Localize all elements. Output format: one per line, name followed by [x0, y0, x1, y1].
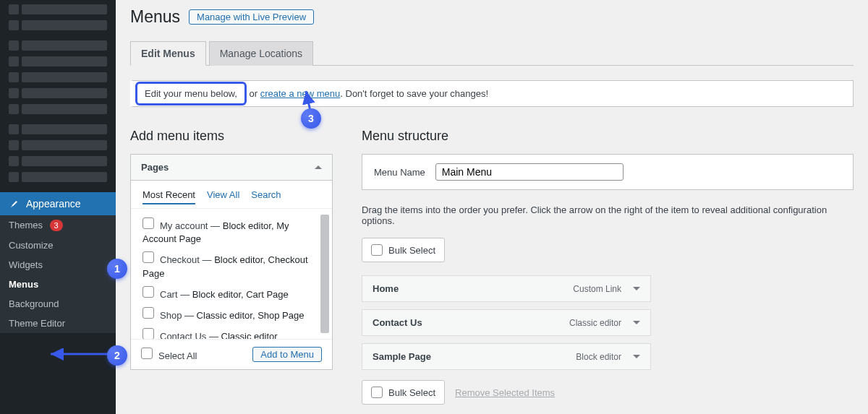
annotation-marker-1: 1 [107, 259, 127, 279]
select-all-checkbox[interactable] [141, 348, 153, 359]
main-content: Menus Manage with Live Preview Edit Menu… [116, 0, 868, 414]
add-to-menu-button[interactable]: Add to Menu [252, 347, 322, 362]
annotation-highlight-instructions: Edit your menu below, [135, 82, 247, 105]
sidebar-submenu-appearance: Themes 3 Customize Widgets Menus Backgro… [0, 215, 116, 333]
menu-structure-column: Menu structure Menu Name Drag the items … [362, 129, 854, 405]
add-items-title: Add menu items [130, 129, 333, 144]
remove-selected-link[interactable]: Remove Selected Items [455, 387, 555, 398]
menu-name-input[interactable] [435, 163, 624, 181]
tab-edit-menus[interactable]: Edit Menus [130, 41, 206, 66]
menu-structure-title: Menu structure [362, 129, 854, 144]
sidebar-subitem-widgets[interactable]: Widgets [0, 255, 116, 275]
chevron-down-icon[interactable] [629, 352, 640, 362]
create-new-menu-link[interactable]: create a new menu [260, 88, 341, 99]
tab-manage-locations[interactable]: Manage Locations [209, 41, 313, 66]
page-checkbox[interactable] [142, 217, 154, 229]
bulk-select-bottom[interactable]: Bulk Select [362, 380, 445, 405]
menu-item[interactable]: Home Custom Link [362, 275, 651, 302]
nav-tabs: Edit Menus Manage Locations [130, 41, 854, 66]
page-checkbox-list[interactable]: My account — Block editor, My Account Pa… [131, 209, 332, 339]
chevron-down-icon[interactable] [629, 318, 640, 328]
page-checkbox[interactable] [142, 328, 154, 339]
sidebar-item-appearance[interactable]: Appearance [0, 192, 116, 215]
annotation-marker-2: 2 [107, 345, 127, 366]
sidebar-subitem-themes[interactable]: Themes 3 [0, 215, 116, 236]
menu-item[interactable]: Sample Page Block editor [362, 343, 651, 370]
annotation-marker-3: 3 [301, 108, 321, 129]
pages-accordion-toggle[interactable]: Pages [131, 155, 332, 181]
page-option[interactable]: Checkout — Block editor, Checkout Page [142, 249, 323, 283]
menu-items-list: Home Custom Link Contact Us Classic edit… [362, 275, 854, 370]
page-option[interactable]: Cart — Block editor, Cart Page [142, 283, 323, 304]
sidebar-subitem-theme-editor[interactable]: Theme Editor [0, 314, 116, 333]
inner-tab-view-all[interactable]: View All [207, 189, 239, 201]
bulk-select-checkbox[interactable] [371, 387, 383, 398]
inner-tab-search[interactable]: Search [251, 189, 281, 201]
bulk-select-top[interactable]: Bulk Select [362, 238, 445, 262]
pages-accordion: Pages Most Recent View All Search My acc… [130, 154, 333, 370]
help-row: Edit your menu below, or create a new me… [130, 80, 854, 107]
sidebar-item-label: Appearance [26, 198, 81, 210]
add-menu-items-column: Add menu items Pages Most Recent View Al… [130, 129, 333, 405]
sidebar-subitem-background[interactable]: Background [0, 294, 116, 314]
page-option[interactable]: My account — Block editor, My Account Pa… [142, 215, 323, 249]
page-title: Menus [130, 7, 180, 27]
chevron-down-icon[interactable] [629, 284, 640, 294]
page-checkbox[interactable] [142, 286, 154, 298]
sidebar-subitem-customize[interactable]: Customize [0, 236, 116, 255]
pages-inner-tabs: Most Recent View All Search [131, 181, 332, 209]
inner-tab-most-recent[interactable]: Most Recent [142, 189, 195, 204]
page-checkbox[interactable] [142, 307, 154, 319]
sidebar-subitem-menus[interactable]: Menus [0, 275, 116, 294]
drag-instructions: Drag the items into the order you prefer… [362, 204, 854, 226]
sidebar-hidden-section [0, 0, 116, 192]
brush-icon [9, 198, 20, 210]
select-all-option[interactable]: Select All [141, 348, 197, 361]
caret-up-icon [310, 162, 322, 173]
live-preview-button[interactable]: Manage with Live Preview [189, 9, 314, 25]
bulk-select-checkbox[interactable] [371, 244, 383, 256]
admin-sidebar: Appearance Themes 3 Customize Widgets Me… [0, 0, 116, 414]
menu-item[interactable]: Contact Us Classic editor [362, 309, 651, 336]
page-option[interactable]: Shop — Classic editor, Shop Page [142, 304, 323, 325]
page-option[interactable]: Contact Us — Classic editor [142, 325, 323, 339]
menu-name-label: Menu Name [374, 167, 425, 178]
update-badge: 3 [50, 220, 63, 231]
page-checkbox[interactable] [142, 251, 154, 263]
